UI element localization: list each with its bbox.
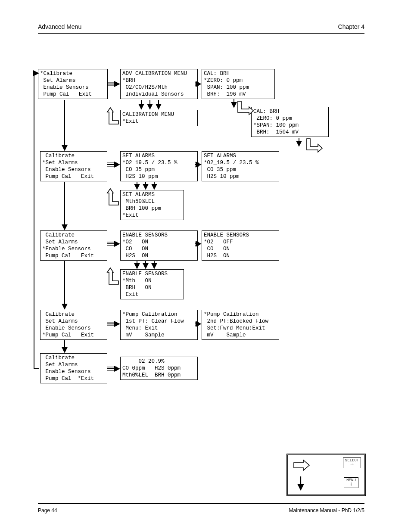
- footer-left: Page 44: [38, 507, 57, 513]
- footer-rule: [38, 503, 364, 504]
- menu-keycap: MENU ↓: [344, 477, 358, 488]
- arrow-right-icon: →: [350, 462, 353, 467]
- legend-menu-key: MENU ↓: [344, 477, 358, 488]
- page: Advanced Menu Chapter 4 *Calibrate Set A…: [0, 0, 411, 532]
- select-keycap: SELECT →: [343, 457, 361, 468]
- footer: Page 44 Maintenance Manual - PhD 1/2/5: [38, 507, 364, 513]
- connectors-svg: [0, 0, 411, 532]
- legend-box: SELECT → MENU ↓: [286, 454, 366, 496]
- legend-select-key: SELECT →: [343, 457, 361, 468]
- legend-hollow-right-icon: [294, 460, 309, 470]
- footer-right: Maintenance Manual - PhD 1/2/5: [289, 507, 364, 513]
- arrow-down-icon: ↓: [349, 482, 352, 486]
